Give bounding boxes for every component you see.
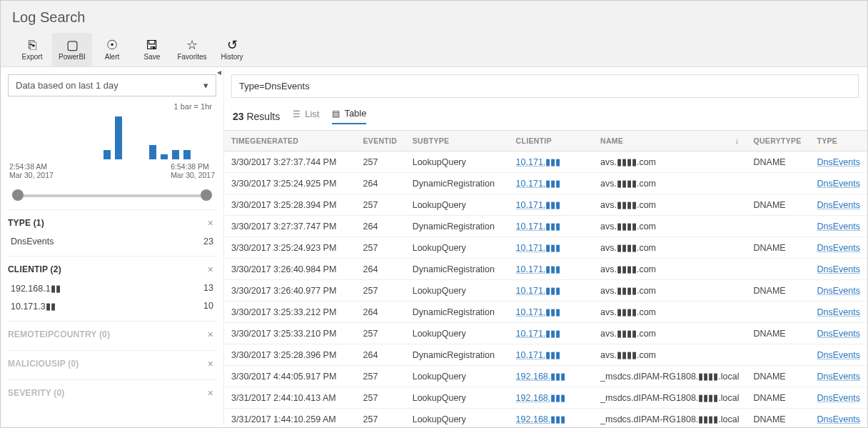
cell-eventid: 264 — [356, 173, 405, 194]
cell-clientip[interactable]: 10.171.▮▮▮ — [509, 344, 593, 366]
table-row[interactable]: 3/30/2017 3:25:33.212 PM264DynamicRegist… — [224, 302, 867, 323]
histogram-bar[interactable] — [172, 150, 179, 159]
cell-clientip[interactable]: 10.171.▮▮▮ — [509, 194, 593, 216]
cell-clientip[interactable]: 10.171.▮▮▮ — [509, 302, 593, 323]
histogram-chart[interactable] — [8, 112, 216, 162]
cell-type[interactable]: DnsEvents — [810, 259, 868, 280]
facet-item[interactable]: 10.171.3▮▮10 — [8, 297, 216, 315]
cell-eventid: 257 — [356, 409, 405, 426]
cell-clientip[interactable]: 10.171.▮▮▮ — [509, 216, 593, 237]
facet-item[interactable]: 192.168.1▮▮13 — [8, 279, 216, 297]
histogram-bar[interactable] — [115, 116, 122, 159]
cell-type[interactable]: DnsEvents — [810, 194, 868, 216]
cell-subtype: LookupQuery — [405, 323, 509, 344]
facet-close-icon[interactable]: × — [205, 329, 216, 340]
table-row[interactable]: 3/31/2017 1:44:10.259 AM257LookupQuery19… — [224, 409, 867, 426]
cell-type[interactable]: DnsEvents — [810, 237, 868, 259]
toolbar: ⎘Export▢PowerBI☉Alert🖫Save☆Favorites↺His… — [12, 33, 856, 66]
cell-clientip[interactable]: 10.171.▮▮▮ — [509, 173, 593, 194]
cell-type[interactable]: DnsEvents — [810, 344, 868, 366]
cell-name: avs.▮▮▮▮.com — [593, 323, 747, 344]
cell-querytype — [747, 216, 810, 237]
cell-clientip[interactable]: 10.171.▮▮▮ — [509, 151, 593, 173]
table-row[interactable]: 3/30/2017 3:26:40.977 PM257LookupQuery10… — [224, 280, 867, 302]
histogram-bar[interactable] — [149, 145, 156, 159]
cell-clientip[interactable]: 192.168.▮▮▮ — [509, 409, 593, 426]
cell-clientip[interactable]: 10.171.▮▮▮ — [509, 323, 593, 344]
view-list-button[interactable]: ☰ List — [293, 109, 319, 124]
col-timegenerated[interactable]: TIMEGENERATED — [224, 131, 356, 151]
cell-type[interactable]: DnsEvents — [810, 366, 868, 387]
sort-icon[interactable]: ↓ — [735, 136, 740, 145]
table-row[interactable]: 3/30/2017 4:44:05.917 PM257LookupQuery19… — [224, 366, 867, 387]
table-row[interactable]: 3/30/2017 3:25:33.210 PM257LookupQuery10… — [224, 323, 867, 344]
view-table-button[interactable]: ▤ Table — [332, 108, 366, 124]
table-row[interactable]: 3/30/2017 3:25:28.396 PM264DynamicRegist… — [224, 344, 867, 366]
table-row[interactable]: 3/30/2017 3:27:37.744 PM257LookupQuery10… — [224, 151, 867, 173]
histogram-bar[interactable] — [104, 150, 111, 159]
cell-type[interactable]: DnsEvents — [810, 323, 868, 344]
time-range-slider[interactable] — [12, 188, 212, 202]
table-row[interactable]: 3/30/2017 3:25:28.394 PM257LookupQuery10… — [224, 194, 867, 216]
facet-close-icon[interactable]: × — [205, 387, 216, 399]
table-row[interactable]: 3/30/2017 3:25:24.923 PM257LookupQuery10… — [224, 237, 867, 259]
toolbar-label: Save — [144, 53, 161, 61]
facet-title: REMOTEIPCOUNTRY (0) — [8, 329, 110, 339]
time-range-dropdown[interactable]: Data based on last 1 day ▾ — [8, 74, 216, 96]
query-input[interactable]: Type=DnsEvents — [231, 74, 859, 98]
facet-close-icon[interactable]: × — [205, 358, 216, 369]
cell-clientip[interactable]: 192.168.▮▮▮ — [509, 366, 593, 387]
col-clientip[interactable]: CLIENTIP — [509, 131, 593, 151]
cell-clientip[interactable]: 10.171.▮▮▮ — [509, 280, 593, 302]
facet-close-icon[interactable]: × — [205, 217, 216, 229]
histogram-bar[interactable] — [161, 154, 168, 159]
toolbar-history-button[interactable]: ↺History — [212, 33, 252, 66]
export-icon: ⎘ — [29, 37, 36, 53]
table-row[interactable]: 3/30/2017 3:27:37.747 PM264DynamicRegist… — [224, 216, 867, 237]
toolbar-favorites-button[interactable]: ☆Favorites — [172, 33, 212, 66]
toolbar-powerbi-button[interactable]: ▢PowerBI — [52, 33, 92, 66]
col-subtype[interactable]: SUBTYPE — [405, 131, 509, 151]
facet-close-icon[interactable]: × — [205, 264, 216, 275]
table-row[interactable]: 3/30/2017 3:25:24.925 PM264DynamicRegist… — [224, 173, 867, 194]
cell-time: 3/30/2017 3:27:37.744 PM — [224, 151, 356, 173]
cell-subtype: DynamicRegistration — [405, 173, 509, 194]
collapse-sidebar-icon[interactable]: ◂ — [213, 66, 225, 78]
list-icon: ☰ — [293, 109, 301, 119]
cell-type[interactable]: DnsEvents — [810, 216, 868, 237]
col-type[interactable]: TYPE — [810, 131, 868, 151]
chevron-down-icon: ▾ — [203, 80, 208, 91]
col-eventid[interactable]: EVENTID — [356, 131, 405, 151]
cell-clientip[interactable]: 192.168.▮▮▮ — [509, 387, 593, 409]
page-title: Log Search — [12, 9, 856, 26]
cell-querytype: DNAME — [747, 387, 810, 409]
toolbar-export-button[interactable]: ⎘Export — [12, 33, 52, 66]
col-querytype[interactable]: QUERYTYPE — [747, 131, 810, 151]
facet-item[interactable]: DnsEvents23 — [8, 233, 216, 250]
toolbar-alert-button[interactable]: ☉Alert — [92, 33, 132, 66]
cell-clientip[interactable]: 10.171.▮▮▮ — [509, 259, 593, 280]
cell-subtype: DynamicRegistration — [405, 344, 509, 366]
cell-clientip[interactable]: 10.171.▮▮▮ — [509, 237, 593, 259]
cell-type[interactable]: DnsEvents — [810, 409, 868, 426]
cell-name: avs.▮▮▮▮.com — [593, 280, 747, 302]
cell-subtype: LookupQuery — [405, 366, 509, 387]
histogram-bar[interactable] — [183, 150, 191, 159]
cell-eventid: 264 — [356, 302, 405, 323]
cell-time: 3/30/2017 3:25:24.925 PM — [224, 173, 356, 194]
cell-type[interactable]: DnsEvents — [810, 302, 868, 323]
toolbar-save-button[interactable]: 🖫Save — [132, 33, 172, 66]
cell-querytype — [747, 173, 810, 194]
cell-type[interactable]: DnsEvents — [810, 173, 868, 194]
cell-type[interactable]: DnsEvents — [810, 387, 868, 409]
table-row[interactable]: 3/30/2017 3:26:40.984 PM264DynamicRegist… — [224, 259, 867, 280]
table-row[interactable]: 3/31/2017 2:44:10.413 AM257LookupQuery19… — [224, 387, 867, 409]
facet-title: TYPE (1) — [8, 218, 44, 228]
results-table: TIMEGENERATEDEVENTIDSUBTYPECLIENTIPNAME↓… — [224, 131, 867, 425]
cell-subtype: DynamicRegistration — [405, 259, 509, 280]
cell-name: _msdcs.dIPAM-RG1808.▮▮▮▮.local — [593, 409, 747, 426]
col-name[interactable]: NAME↓ — [593, 131, 747, 151]
cell-type[interactable]: DnsEvents — [810, 280, 868, 302]
cell-querytype — [747, 302, 810, 323]
cell-type[interactable]: DnsEvents — [810, 151, 868, 173]
